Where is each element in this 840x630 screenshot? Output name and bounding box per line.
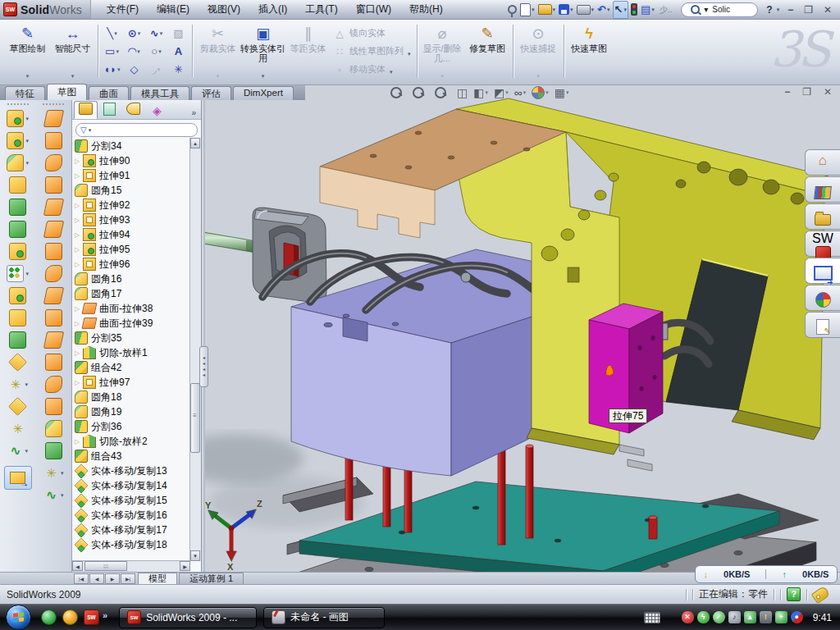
toolbar-button[interactable] xyxy=(45,373,62,395)
toolbar-overflow[interactable]: 少.. xyxy=(660,4,673,16)
sketch-entity-button[interactable]: ∿ ▾ xyxy=(145,25,167,43)
toolbar-button[interactable] xyxy=(9,307,26,329)
dropdown-arrow-icon[interactable]: ▾ xyxy=(570,7,573,13)
tab-nav-button[interactable]: ▶| xyxy=(121,573,135,584)
sketch-entity-button[interactable]: ✳ xyxy=(167,61,189,79)
toolbar-icon[interactable]: ▾ xyxy=(519,2,536,18)
panel-header-tab[interactable] xyxy=(121,101,145,119)
dropdown-arrow-icon[interactable]: ▾ xyxy=(408,51,411,57)
model-view[interactable]: Y Z X xyxy=(205,85,840,572)
toolbar-button[interactable] xyxy=(9,351,26,373)
expand-arrow-icon[interactable] xyxy=(75,202,83,209)
ribbon-button[interactable]: ▣ 转换实体引用 ▾ xyxy=(240,21,285,81)
command-tab[interactable]: 评估 xyxy=(191,86,231,100)
window-control-button[interactable]: − xyxy=(788,4,793,16)
document-window-button[interactable]: ✕ xyxy=(824,86,832,98)
tree-item[interactable]: 切除-放样2 xyxy=(72,434,190,449)
menu-item[interactable]: 插入(I) xyxy=(249,0,296,19)
task-pane-tab[interactable]: SW xyxy=(805,231,840,257)
toolbar-icon[interactable] xyxy=(630,2,638,18)
sketch-entity-button[interactable]: ◇ xyxy=(123,61,145,79)
toolbar-button[interactable] xyxy=(45,240,62,262)
tray-icon[interactable]: ϟ xyxy=(697,611,710,623)
tree-item[interactable]: 拉伸90 xyxy=(72,153,190,168)
task-pane-tab[interactable] xyxy=(805,176,840,203)
toolbar-button[interactable] xyxy=(9,218,26,240)
dropdown-arrow-icon[interactable]: ▾ xyxy=(61,492,64,499)
tree-horizontal-scrollbar[interactable]: ◀ ⁞⁞⁞ ▶ xyxy=(72,560,190,572)
toolbar-button[interactable] xyxy=(45,107,62,130)
dropdown-arrow-icon[interactable]: ▾ xyxy=(523,89,527,96)
toolbar-button[interactable] xyxy=(45,418,62,440)
scroll-down-arrow-icon[interactable]: ▼ xyxy=(190,550,200,561)
graphics-viewport[interactable]: Y Z X xyxy=(205,85,840,572)
quick-launch-chevron-icon[interactable]: » xyxy=(103,610,107,620)
tree-item[interactable]: 分割35 xyxy=(72,331,190,345)
toolbar-button[interactable] xyxy=(45,174,62,196)
tree-item[interactable]: 拉伸92 xyxy=(72,198,190,212)
headsup-icon[interactable]: ▦ ▾ xyxy=(555,86,569,99)
task-pane-tab[interactable] xyxy=(805,312,840,338)
sketch-entity-button[interactable]: ╲ ▾ xyxy=(101,25,123,43)
toolbar-button[interactable] xyxy=(45,440,62,462)
scrollbar-thumb[interactable]: ⁞⁞⁞ xyxy=(84,561,127,571)
headsup-icon[interactable]: ◧ ▾ xyxy=(473,86,488,99)
toolbar-grip[interactable] xyxy=(7,103,29,105)
ribbon-button[interactable]: ✂ 剪裁实体 ▾ xyxy=(195,21,240,81)
ribbon-button[interactable]: ∥ 等距实体 xyxy=(285,21,331,81)
guide-pin[interactable] xyxy=(619,445,644,456)
toolbar-button[interactable] xyxy=(9,196,26,218)
dropdown-arrow-icon[interactable]: ▾ xyxy=(116,48,119,55)
tree-item[interactable]: 圆角15 xyxy=(72,183,190,198)
menu-item[interactable]: 窗口(W) xyxy=(347,0,400,19)
quick-launch-icon[interactable] xyxy=(62,609,78,625)
quick-launch-icon[interactable]: SW xyxy=(84,609,99,625)
panel-more-button[interactable]: » xyxy=(191,108,199,119)
task-pane-tab[interactable]: ⌂ xyxy=(805,149,840,176)
dropdown-arrow-icon[interactable]: ▾ xyxy=(532,7,535,13)
scroll-left-arrow-icon[interactable]: ◀ xyxy=(72,561,83,571)
toolbar-button[interactable] xyxy=(45,152,62,174)
command-tab[interactable]: 模具工具 xyxy=(130,86,189,100)
tree-filter-input[interactable]: ▽ ▾ xyxy=(75,123,198,137)
tree-item[interactable]: 组合43 xyxy=(72,449,190,463)
headsup-icon[interactable] xyxy=(413,87,429,98)
ribbon-button[interactable]: ✎ 修复草图 xyxy=(465,21,510,81)
quick-tips-button[interactable]: ? xyxy=(787,587,801,601)
dropdown-arrow-icon[interactable]: ▾ xyxy=(61,470,64,477)
expand-arrow-icon[interactable] xyxy=(75,231,83,239)
tree-item[interactable]: 圆角16 xyxy=(72,272,190,286)
toolbar-button[interactable]: ▾ xyxy=(7,152,29,174)
tree-item[interactable]: 分割34 xyxy=(72,139,190,153)
dropdown-arrow-icon[interactable]: ▾ xyxy=(137,48,140,55)
tree-item[interactable]: 实体-移动/复制15 xyxy=(72,493,190,508)
tree-item[interactable]: 组合42 xyxy=(72,360,190,375)
tree-item[interactable]: 实体-移动/复制13 xyxy=(72,463,190,478)
menu-item[interactable]: 工具(T) xyxy=(296,0,346,19)
dropdown-arrow-icon[interactable]: ▾ xyxy=(25,381,28,388)
start-button[interactable] xyxy=(6,605,31,630)
tree-item[interactable]: 实体-移动/复制16 xyxy=(72,508,190,523)
toolbar-button[interactable]: ▾ xyxy=(43,484,64,506)
sketch-entity-button[interactable]: ◖◗ ▾ xyxy=(101,61,123,79)
sprue-rod[interactable] xyxy=(205,230,256,253)
locating-pin[interactable] xyxy=(649,518,657,539)
sketch-entity-button[interactable]: ▭ ▾ xyxy=(101,43,123,61)
command-tab[interactable]: 草图 xyxy=(47,84,87,100)
toolbar-icon[interactable]: ↶ ▾ xyxy=(596,2,610,18)
toolbar-button[interactable] xyxy=(9,395,26,418)
dropdown-arrow-icon[interactable]: ▾ xyxy=(566,89,569,96)
headsup-icon[interactable]: ◫ xyxy=(457,86,468,99)
search-box[interactable]: ▾ Solic xyxy=(681,2,758,17)
menu-item[interactable]: 编辑(E) xyxy=(148,0,199,19)
tree-item[interactable]: 实体-移动/复制17 xyxy=(72,523,190,537)
headsup-icon[interactable] xyxy=(435,87,451,98)
toolbar-icon[interactable]: ▾ xyxy=(576,2,596,18)
search-dropdown-arrow-icon[interactable]: ▾ xyxy=(704,5,708,14)
tray-icon[interactable]: ♪ xyxy=(728,611,741,623)
expand-arrow-icon[interactable] xyxy=(75,261,83,268)
dropdown-arrow-icon[interactable]: ▾ xyxy=(536,71,540,81)
dropdown-arrow-icon[interactable]: ▾ xyxy=(390,69,393,75)
tree-item[interactable]: 拉伸96 xyxy=(72,257,190,272)
sketch-entity-button[interactable]: ◞ ▾ xyxy=(145,61,167,79)
